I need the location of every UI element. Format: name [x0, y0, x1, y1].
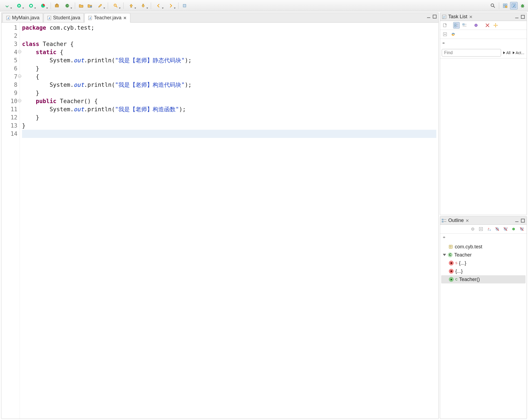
collapse-all-button[interactable] — [478, 226, 484, 232]
svg-rect-5 — [56, 4, 57, 5]
nav-next-button[interactable] — [138, 2, 149, 10]
svg-point-35 — [495, 24, 496, 26]
focus-active-button[interactable] — [469, 226, 476, 232]
open-type-button[interactable] — [86, 2, 94, 10]
svg-point-34 — [475, 24, 477, 27]
close-icon[interactable] — [465, 219, 469, 223]
svg-rect-37 — [442, 219, 443, 220]
outline-class[interactable]: C Teacher — [441, 251, 526, 259]
search-icon[interactable] — [489, 2, 497, 10]
forward-button[interactable] — [165, 2, 176, 10]
fold-toggle-icon[interactable]: – — [18, 99, 21, 102]
twisty-icon[interactable] — [443, 254, 446, 256]
java-perspective-button[interactable]: J — [510, 2, 518, 10]
svg-point-9 — [114, 4, 116, 6]
main-toolbar: C J — [0, 0, 528, 11]
filter-all-link[interactable]: All — [503, 51, 511, 55]
outline-view: Outline az s L ⚭ com.cyb.test — [440, 216, 527, 419]
synchronize-button[interactable] — [492, 22, 499, 29]
filter-activate-link[interactable]: Act... — [513, 51, 524, 55]
code-content[interactable]: package com.cyb.test; class Teacher { st… — [20, 23, 438, 419]
hide-fields-button[interactable] — [494, 226, 501, 232]
debug-perspective-button[interactable] — [519, 2, 526, 10]
sort-button[interactable]: az — [486, 226, 492, 232]
search-tool-button[interactable] — [110, 2, 121, 10]
minimize-icon[interactable] — [515, 218, 519, 223]
svg-text:s: s — [507, 227, 508, 229]
svg-rect-15 — [505, 6, 507, 8]
hide-completed-button[interactable] — [484, 22, 491, 29]
init-block-icon: ■ — [449, 269, 454, 274]
outline-init-block[interactable]: ■ {...} — [441, 267, 526, 275]
new-package-button[interactable] — [53, 2, 61, 10]
svg-rect-31 — [455, 24, 456, 25]
open-folder-button[interactable] — [77, 2, 85, 10]
svg-text:C: C — [66, 4, 68, 7]
static-block-icon: ■ — [449, 261, 454, 265]
tab-mymain[interactable]: J MyMain.java — [2, 13, 43, 22]
editor-tab-bar: J MyMain.java J Student.java J Teacher.j… — [1, 13, 438, 23]
fold-toggle-icon[interactable]: – — [18, 75, 21, 78]
svg-point-48 — [512, 228, 515, 230]
minimize-icon[interactable] — [426, 14, 431, 19]
svg-text:J: J — [90, 17, 91, 20]
collapse-all-button[interactable] — [442, 31, 448, 38]
svg-rect-39 — [515, 221, 518, 222]
class-icon: C — [448, 252, 453, 257]
tab-teacher[interactable]: J Teacher.java — [84, 13, 130, 23]
maximize-icon[interactable] — [521, 15, 525, 19]
refresh-button[interactable] — [450, 31, 456, 38]
tab-student[interactable]: J Student.java — [44, 13, 84, 22]
edit-button[interactable] — [95, 2, 106, 10]
svg-rect-12 — [503, 4, 505, 5]
outline-static-block[interactable]: ■S {...} — [441, 259, 526, 267]
new-class-button[interactable]: C — [62, 2, 73, 10]
outline-icon — [442, 218, 447, 223]
tab-label: Teacher.java — [94, 15, 121, 21]
panel-title: Task List — [448, 14, 467, 20]
maximize-icon[interactable] — [432, 14, 437, 19]
svg-text:z: z — [490, 229, 491, 231]
outline-constructor[interactable]: ●C Teacher() — [441, 275, 526, 283]
scheduled-button[interactable] — [461, 22, 468, 29]
close-icon[interactable] — [123, 16, 127, 20]
panel-title: Outline — [448, 218, 464, 223]
svg-rect-25 — [427, 17, 430, 18]
pin-button[interactable] — [181, 2, 188, 10]
svg-text:J: J — [7, 17, 9, 20]
close-icon[interactable] — [469, 15, 473, 19]
back-button[interactable] — [153, 2, 164, 10]
svg-point-41 — [471, 228, 474, 230]
svg-text:J: J — [513, 4, 515, 7]
java-file-icon: J — [6, 16, 10, 20]
hide-nonpublic-button[interactable] — [510, 226, 517, 232]
outline-package[interactable]: com.cyb.test — [441, 243, 526, 251]
run-button[interactable] — [14, 2, 24, 10]
new-task-button[interactable] — [442, 22, 448, 29]
svg-rect-32 — [455, 26, 456, 27]
categorized-button[interactable] — [453, 22, 460, 29]
find-input[interactable] — [442, 49, 501, 57]
hide-static-button[interactable]: s — [502, 226, 509, 232]
svg-text:J: J — [49, 17, 50, 20]
run-external-button[interactable] — [26, 2, 36, 10]
minimize-icon[interactable] — [515, 15, 519, 19]
svg-rect-33 — [463, 24, 464, 25]
svg-rect-10 — [183, 4, 186, 7]
hide-local-button[interactable]: L — [518, 226, 525, 232]
open-perspective-button[interactable] — [501, 2, 509, 10]
package-icon — [448, 244, 453, 249]
outline-tree: com.cyb.test C Teacher ■S {...} ■ {...} … — [440, 241, 527, 285]
nav-up-button[interactable] — [126, 2, 137, 10]
constructor-icon: ● — [449, 277, 454, 282]
java-file-icon: J — [47, 16, 51, 20]
svg-rect-13 — [505, 4, 507, 5]
line-number-gutter: 1234–567–8910–11121314 — [1, 23, 20, 419]
focus-button[interactable] — [473, 22, 479, 29]
code-editor[interactable]: 1234–567–8910–11121314 package com.cyb.t… — [1, 23, 438, 419]
fold-toggle-icon[interactable]: – — [18, 50, 21, 53]
connector-icon: ⚭ — [442, 41, 445, 45]
maximize-icon[interactable] — [521, 218, 525, 223]
arrow-dropdown-icon[interactable] — [2, 2, 13, 10]
coverage-button[interactable] — [38, 2, 48, 10]
